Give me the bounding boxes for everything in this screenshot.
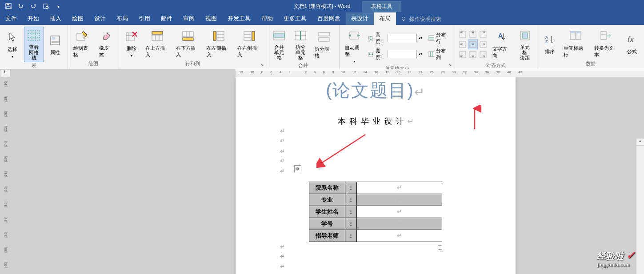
width-spinner[interactable]: ▴▾: [419, 52, 422, 56]
align-top-left[interactable]: [458, 29, 468, 39]
print-preview-button[interactable]: [40, 1, 52, 12]
sort-button[interactable]: AZ 排序: [540, 31, 559, 57]
distribute-cols-button[interactable]: 分布列: [427, 47, 452, 62]
align-middle-left[interactable]: [458, 40, 468, 49]
doc-title[interactable]: (论文题目)↵: [236, 78, 516, 103]
repeat-header-button[interactable]: 重复标题行: [561, 27, 590, 60]
align-top-center[interactable]: [468, 29, 478, 39]
scrollbar-vertical[interactable]: ▴: [636, 139, 644, 274]
eraser-button[interactable]: 橡皮擦: [96, 27, 116, 60]
table-cell-colon[interactable]: ：: [345, 182, 356, 194]
save-button[interactable]: [3, 1, 14, 12]
tab-view[interactable]: 视图: [200, 12, 222, 25]
paragraph-mark[interactable]: ↵: [280, 156, 516, 166]
paragraph-mark[interactable]: ↵: [280, 167, 516, 176]
tab-references[interactable]: 引用: [133, 12, 156, 25]
paragraph-mark[interactable]: ↵: [280, 252, 516, 262]
autofit-button[interactable]: 自动调整▾: [342, 27, 367, 65]
view-gridlines-button[interactable]: 查看 网格线: [24, 27, 44, 62]
table-cell-value[interactable]: ↵: [357, 194, 442, 206]
qat-customize[interactable]: ▾: [52, 1, 64, 12]
table-row[interactable]: 指导老师：↵: [309, 230, 442, 242]
gridlines-icon: [27, 28, 41, 43]
tab-review[interactable]: 审阅: [178, 12, 200, 25]
insert-right-button[interactable]: 在右侧插入: [235, 27, 264, 60]
paragraph-mark[interactable]: ↵: [280, 136, 516, 146]
align-bottom-right[interactable]: [478, 50, 488, 60]
table-move-handle[interactable]: ✥: [294, 165, 301, 172]
undo-button[interactable]: [15, 1, 27, 12]
convert-icon: [599, 29, 613, 43]
tab-baidu[interactable]: 百度网盘: [312, 12, 346, 25]
tab-more-tools[interactable]: 更多工具: [278, 12, 312, 25]
table-row[interactable]: 学号：↵: [309, 218, 442, 230]
tab-table-design[interactable]: 表设计: [346, 12, 374, 25]
table-cell-value[interactable]: ↵: [357, 182, 442, 194]
tab-draw[interactable]: 绘图: [67, 12, 89, 25]
align-bottom-center[interactable]: [468, 50, 478, 60]
tab-help[interactable]: 帮助: [256, 12, 278, 25]
svg-rect-81: [522, 33, 528, 38]
table-cell-label[interactable]: 学号: [309, 218, 345, 230]
properties-button[interactable]: 属性: [45, 32, 65, 58]
delete-icon: [124, 29, 139, 44]
paragraph-mark[interactable]: ↵: [280, 147, 516, 156]
group-draw: 绘制表格 橡皮擦 绘图: [68, 25, 119, 69]
paragraph-mark[interactable]: ↵: [280, 262, 516, 272]
table-cell-colon[interactable]: ：: [345, 194, 356, 206]
text-direction-button[interactable]: A 文字方向: [490, 28, 513, 61]
merge-cells-button[interactable]: 合并 单元格: [270, 27, 289, 62]
tab-insert[interactable]: 插入: [44, 12, 67, 25]
insert-above-button[interactable]: 在上方插入: [143, 27, 172, 60]
table-cell-label[interactable]: 学生姓名: [309, 206, 345, 218]
ruler-horizontal[interactable]: 1210864224681012141618202224262830323436…: [236, 69, 644, 77]
cell-size-launcher[interactable]: ⬊: [448, 63, 454, 68]
table-cell-label[interactable]: 指导老师: [309, 230, 345, 242]
width-input[interactable]: [388, 50, 417, 58]
table-row[interactable]: 院系名称：↵: [309, 182, 442, 194]
tell-me-search[interactable]: 操作说明搜索: [396, 14, 446, 25]
table-cell-value[interactable]: ↵: [357, 230, 442, 242]
paragraph-mark[interactable]: ↵: [280, 242, 516, 252]
tab-table-layout[interactable]: 布局: [374, 12, 396, 25]
draw-table-button[interactable]: 绘制表格: [71, 27, 95, 60]
table-row[interactable]: 专业：↵: [309, 194, 442, 206]
select-button[interactable]: 选择▾: [3, 28, 22, 60]
scroll-up-button[interactable]: ▴: [636, 139, 644, 146]
tab-layout[interactable]: 布局: [111, 12, 133, 25]
tab-home[interactable]: 开始: [22, 12, 44, 25]
distribute-rows-button[interactable]: 分布行: [427, 31, 452, 46]
svg-rect-1: [7, 4, 9, 5]
redo-button[interactable]: [28, 1, 39, 12]
align-middle-center[interactable]: [468, 40, 478, 49]
formula-button[interactable]: fx 公式: [622, 31, 641, 57]
svg-rect-67: [480, 41, 486, 48]
tab-design[interactable]: 设计: [89, 12, 111, 25]
convert-text-button[interactable]: 转换为文本: [592, 27, 620, 60]
table-cell-colon[interactable]: ：: [345, 218, 356, 230]
split-table-button[interactable]: 拆分表格: [312, 28, 336, 61]
table-cell-colon[interactable]: ：: [345, 206, 356, 218]
align-bottom-left[interactable]: [458, 50, 468, 60]
align-top-right[interactable]: [478, 29, 488, 39]
table-cell-label[interactable]: 专业: [309, 194, 345, 206]
height-input[interactable]: [388, 34, 417, 42]
height-spinner[interactable]: ▴▾: [419, 36, 422, 40]
tab-developer[interactable]: 开发工具: [222, 12, 256, 25]
align-middle-right[interactable]: [478, 40, 488, 49]
rows-cols-launcher[interactable]: ⬊: [260, 63, 266, 68]
split-cells-button[interactable]: 拆分 单元格: [291, 27, 310, 62]
insert-left-button[interactable]: 在左侧插入: [204, 27, 233, 60]
table-cell-label[interactable]: 院系名称: [309, 182, 345, 194]
cell-margins-button[interactable]: 单元格 边距: [515, 27, 534, 62]
table-cell-colon[interactable]: ：: [345, 230, 356, 242]
table-cell-value[interactable]: ↵: [357, 218, 442, 230]
table-cell-value[interactable]: ↵: [357, 206, 442, 218]
tab-file[interactable]: 文件: [0, 12, 22, 25]
insert-below-button[interactable]: 在下方插入: [173, 27, 202, 60]
delete-button[interactable]: 删除▾: [122, 28, 141, 60]
table-resize-handle[interactable]: [438, 245, 442, 250]
tab-mail[interactable]: 邮件: [156, 12, 178, 25]
table-row[interactable]: 学生姓名：↵: [309, 206, 442, 218]
document-table[interactable]: 院系名称：↵专业：↵学生姓名：↵学号：↵指导老师：↵: [309, 182, 442, 242]
